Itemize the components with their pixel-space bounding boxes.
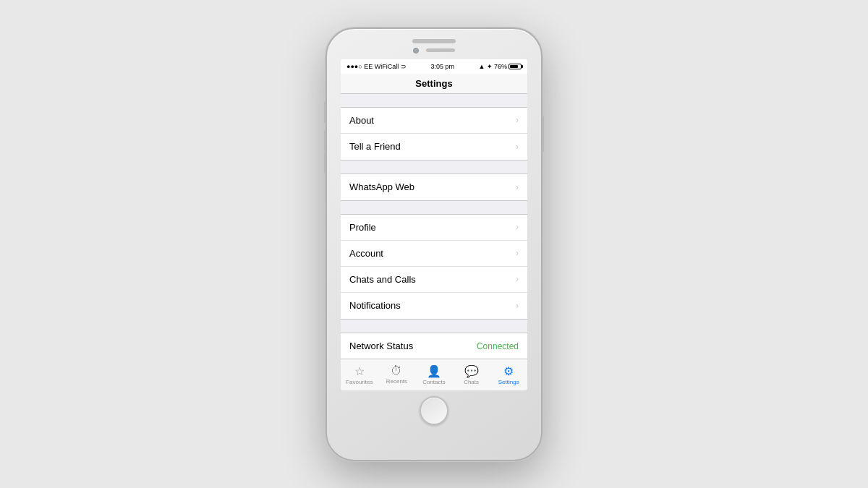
chevron-icon: › <box>516 182 519 192</box>
whatsapp-web-label: WhatsApp Web <box>349 181 414 192</box>
section-gap-2 <box>341 160 527 174</box>
notifications-item[interactable]: Notifications › <box>341 293 527 319</box>
battery-fill <box>510 65 518 68</box>
tab-settings[interactable]: ⚙ Settings <box>490 364 527 385</box>
favourites-icon: ☆ <box>354 364 365 378</box>
section-info: About › Tell a Friend › <box>341 107 527 160</box>
chats-icon: 💬 <box>464 364 479 378</box>
section-main: Profile › Account › Chats and Calls › No… <box>341 214 527 320</box>
section-gap-3 <box>341 201 527 214</box>
settings-content[interactable]: About › Tell a Friend › WhatsApp Web › <box>341 94 527 359</box>
chevron-icon: › <box>516 274 519 284</box>
signal-icon: ▲ ✦ <box>479 63 493 70</box>
section-network: Network Status Connected <box>341 333 527 359</box>
camera-area <box>413 48 455 53</box>
phone-device: ●●●○ EE WiFiCall ⊃ 3:05 pm ▲ ✦ 76% Setti… <box>326 27 542 461</box>
section-web: WhatsApp Web › <box>341 174 527 201</box>
network-status-item: Network Status Connected <box>341 333 527 359</box>
profile-item[interactable]: Profile › <box>341 215 527 241</box>
status-bar: ●●●○ EE WiFiCall ⊃ 3:05 pm ▲ ✦ 76% <box>341 59 527 74</box>
about-label: About <box>349 115 374 126</box>
about-item[interactable]: About › <box>341 108 527 134</box>
front-camera <box>413 48 419 53</box>
chevron-icon: › <box>516 222 519 232</box>
home-button[interactable] <box>420 396 448 425</box>
contacts-icon: 👤 <box>427 364 441 378</box>
settings-label: Settings <box>498 379 519 385</box>
network-status-label: Network Status <box>349 341 413 351</box>
settings-icon: ⚙ <box>503 364 514 378</box>
chats-calls-item[interactable]: Chats and Calls › <box>341 267 527 293</box>
battery-info: ▲ ✦ 76% <box>479 63 522 70</box>
tab-chats[interactable]: 💬 Chats <box>453 364 490 385</box>
profile-label: Profile <box>349 222 376 233</box>
carrier-info: ●●●○ EE WiFiCall ⊃ <box>346 63 407 70</box>
nav-bar: Settings <box>341 74 527 94</box>
recents-label: Recents <box>386 378 407 385</box>
chevron-icon: › <box>516 142 519 152</box>
favourites-label: Favourites <box>346 379 373 385</box>
recents-icon: ⏱ <box>391 364 402 377</box>
tell-a-friend-item[interactable]: Tell a Friend › <box>341 134 527 160</box>
section-gap-1 <box>341 94 527 107</box>
battery-icon <box>509 64 522 69</box>
notifications-label: Notifications <box>349 300 401 311</box>
section-gap-4 <box>341 320 527 333</box>
tab-recents[interactable]: ⏱ Recents <box>378 364 416 385</box>
contacts-label: Contacts <box>422 379 446 385</box>
whatsapp-web-item[interactable]: WhatsApp Web › <box>341 174 527 200</box>
tab-contacts[interactable]: 👤 Contacts <box>415 364 453 385</box>
chevron-icon: › <box>516 301 519 311</box>
chats-calls-label: Chats and Calls <box>349 274 416 285</box>
chats-label: Chats <box>464 379 479 385</box>
time-display: 3:05 pm <box>430 63 454 70</box>
account-label: Account <box>349 248 383 259</box>
battery-percent: 76% <box>494 63 507 70</box>
earpiece <box>426 48 455 52</box>
screen: ●●●○ EE WiFiCall ⊃ 3:05 pm ▲ ✦ 76% Setti… <box>341 59 527 390</box>
chevron-icon: › <box>516 248 519 258</box>
tab-bar: ☆ Favourites ⏱ Recents 👤 Contacts 💬 Chat… <box>341 359 527 390</box>
tab-favourites[interactable]: ☆ Favourites <box>341 364 378 385</box>
tell-a-friend-label: Tell a Friend <box>349 141 401 152</box>
network-status-value: Connected <box>477 341 519 351</box>
chevron-icon: › <box>516 115 519 125</box>
account-item[interactable]: Account › <box>341 241 527 267</box>
speaker <box>412 39 456 43</box>
page-title: Settings <box>415 78 452 89</box>
